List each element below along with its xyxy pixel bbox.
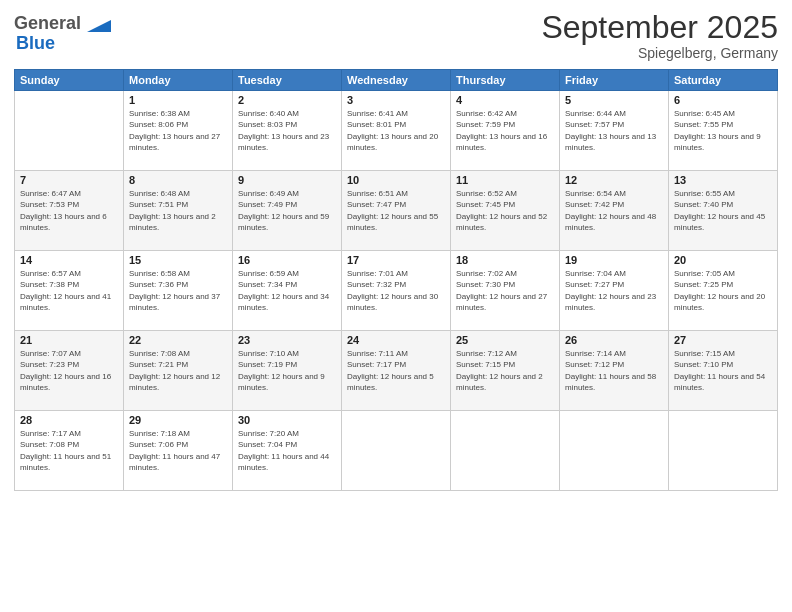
day-info: Sunrise: 6:38 AMSunset: 8:06 PMDaylight:…: [129, 108, 227, 153]
day-number: 24: [347, 334, 445, 346]
calendar-cell: 18Sunrise: 7:02 AMSunset: 7:30 PMDayligh…: [451, 251, 560, 331]
calendar-cell: 10Sunrise: 6:51 AMSunset: 7:47 PMDayligh…: [342, 171, 451, 251]
calendar-cell: [669, 411, 778, 491]
day-info: Sunrise: 6:47 AMSunset: 7:53 PMDaylight:…: [20, 188, 118, 233]
day-number: 2: [238, 94, 336, 106]
col-tuesday: Tuesday: [233, 70, 342, 91]
day-info: Sunrise: 7:10 AMSunset: 7:19 PMDaylight:…: [238, 348, 336, 393]
calendar-cell: 8Sunrise: 6:48 AMSunset: 7:51 PMDaylight…: [124, 171, 233, 251]
day-number: 25: [456, 334, 554, 346]
day-number: 27: [674, 334, 772, 346]
day-info: Sunrise: 6:59 AMSunset: 7:34 PMDaylight:…: [238, 268, 336, 313]
calendar-cell: 30Sunrise: 7:20 AMSunset: 7:04 PMDayligh…: [233, 411, 342, 491]
col-thursday: Thursday: [451, 70, 560, 91]
calendar-week-5: 28Sunrise: 7:17 AMSunset: 7:08 PMDayligh…: [15, 411, 778, 491]
calendar-cell: [342, 411, 451, 491]
day-number: 6: [674, 94, 772, 106]
svg-marker-0: [87, 20, 111, 32]
day-info: Sunrise: 6:51 AMSunset: 7:47 PMDaylight:…: [347, 188, 445, 233]
calendar-cell: 6Sunrise: 6:45 AMSunset: 7:55 PMDaylight…: [669, 91, 778, 171]
day-number: 23: [238, 334, 336, 346]
calendar-cell: 3Sunrise: 6:41 AMSunset: 8:01 PMDaylight…: [342, 91, 451, 171]
calendar-cell: [560, 411, 669, 491]
day-number: 26: [565, 334, 663, 346]
day-info: Sunrise: 6:41 AMSunset: 8:01 PMDaylight:…: [347, 108, 445, 153]
day-info: Sunrise: 6:49 AMSunset: 7:49 PMDaylight:…: [238, 188, 336, 233]
calendar-cell: 22Sunrise: 7:08 AMSunset: 7:21 PMDayligh…: [124, 331, 233, 411]
day-info: Sunrise: 6:44 AMSunset: 7:57 PMDaylight:…: [565, 108, 663, 153]
day-number: 13: [674, 174, 772, 186]
day-info: Sunrise: 6:58 AMSunset: 7:36 PMDaylight:…: [129, 268, 227, 313]
day-info: Sunrise: 6:54 AMSunset: 7:42 PMDaylight:…: [565, 188, 663, 233]
calendar-cell: [15, 91, 124, 171]
calendar-cell: 26Sunrise: 7:14 AMSunset: 7:12 PMDayligh…: [560, 331, 669, 411]
day-info: Sunrise: 7:01 AMSunset: 7:32 PMDaylight:…: [347, 268, 445, 313]
calendar-cell: 16Sunrise: 6:59 AMSunset: 7:34 PMDayligh…: [233, 251, 342, 331]
day-number: 3: [347, 94, 445, 106]
day-number: 10: [347, 174, 445, 186]
logo: General Blue: [14, 10, 111, 54]
logo-general-text: General: [14, 14, 81, 34]
day-info: Sunrise: 7:04 AMSunset: 7:27 PMDaylight:…: [565, 268, 663, 313]
calendar-cell: 28Sunrise: 7:17 AMSunset: 7:08 PMDayligh…: [15, 411, 124, 491]
col-wednesday: Wednesday: [342, 70, 451, 91]
calendar-cell: 20Sunrise: 7:05 AMSunset: 7:25 PMDayligh…: [669, 251, 778, 331]
calendar-cell: 5Sunrise: 6:44 AMSunset: 7:57 PMDaylight…: [560, 91, 669, 171]
day-info: Sunrise: 6:40 AMSunset: 8:03 PMDaylight:…: [238, 108, 336, 153]
day-info: Sunrise: 7:14 AMSunset: 7:12 PMDaylight:…: [565, 348, 663, 393]
calendar-cell: 17Sunrise: 7:01 AMSunset: 7:32 PMDayligh…: [342, 251, 451, 331]
col-monday: Monday: [124, 70, 233, 91]
calendar-cell: 29Sunrise: 7:18 AMSunset: 7:06 PMDayligh…: [124, 411, 233, 491]
day-info: Sunrise: 7:12 AMSunset: 7:15 PMDaylight:…: [456, 348, 554, 393]
calendar-cell: 1Sunrise: 6:38 AMSunset: 8:06 PMDaylight…: [124, 91, 233, 171]
day-info: Sunrise: 7:08 AMSunset: 7:21 PMDaylight:…: [129, 348, 227, 393]
header-row: Sunday Monday Tuesday Wednesday Thursday…: [15, 70, 778, 91]
calendar-cell: 2Sunrise: 6:40 AMSunset: 8:03 PMDaylight…: [233, 91, 342, 171]
calendar-cell: 21Sunrise: 7:07 AMSunset: 7:23 PMDayligh…: [15, 331, 124, 411]
calendar-cell: 4Sunrise: 6:42 AMSunset: 7:59 PMDaylight…: [451, 91, 560, 171]
day-info: Sunrise: 7:15 AMSunset: 7:10 PMDaylight:…: [674, 348, 772, 393]
calendar-week-3: 14Sunrise: 6:57 AMSunset: 7:38 PMDayligh…: [15, 251, 778, 331]
page: General Blue September 2025 Spiegelberg,…: [0, 0, 792, 612]
day-info: Sunrise: 6:52 AMSunset: 7:45 PMDaylight:…: [456, 188, 554, 233]
month-title: September 2025: [541, 10, 778, 45]
day-info: Sunrise: 6:42 AMSunset: 7:59 PMDaylight:…: [456, 108, 554, 153]
col-saturday: Saturday: [669, 70, 778, 91]
day-number: 16: [238, 254, 336, 266]
day-info: Sunrise: 6:48 AMSunset: 7:51 PMDaylight:…: [129, 188, 227, 233]
day-number: 29: [129, 414, 227, 426]
day-number: 20: [674, 254, 772, 266]
day-number: 14: [20, 254, 118, 266]
day-number: 8: [129, 174, 227, 186]
logo-blue-text: Blue: [16, 34, 55, 54]
calendar-body: 1Sunrise: 6:38 AMSunset: 8:06 PMDaylight…: [15, 91, 778, 491]
calendar-cell: 15Sunrise: 6:58 AMSunset: 7:36 PMDayligh…: [124, 251, 233, 331]
day-number: 30: [238, 414, 336, 426]
day-number: 15: [129, 254, 227, 266]
day-info: Sunrise: 7:02 AMSunset: 7:30 PMDaylight:…: [456, 268, 554, 313]
calendar-cell: 23Sunrise: 7:10 AMSunset: 7:19 PMDayligh…: [233, 331, 342, 411]
day-info: Sunrise: 7:11 AMSunset: 7:17 PMDaylight:…: [347, 348, 445, 393]
calendar-cell: 11Sunrise: 6:52 AMSunset: 7:45 PMDayligh…: [451, 171, 560, 251]
day-info: Sunrise: 7:17 AMSunset: 7:08 PMDaylight:…: [20, 428, 118, 473]
calendar-week-1: 1Sunrise: 6:38 AMSunset: 8:06 PMDaylight…: [15, 91, 778, 171]
calendar-cell: 13Sunrise: 6:55 AMSunset: 7:40 PMDayligh…: [669, 171, 778, 251]
day-number: 12: [565, 174, 663, 186]
calendar-cell: 19Sunrise: 7:04 AMSunset: 7:27 PMDayligh…: [560, 251, 669, 331]
calendar-week-4: 21Sunrise: 7:07 AMSunset: 7:23 PMDayligh…: [15, 331, 778, 411]
day-number: 9: [238, 174, 336, 186]
col-friday: Friday: [560, 70, 669, 91]
col-sunday: Sunday: [15, 70, 124, 91]
day-number: 1: [129, 94, 227, 106]
day-number: 19: [565, 254, 663, 266]
calendar-cell: 9Sunrise: 6:49 AMSunset: 7:49 PMDaylight…: [233, 171, 342, 251]
calendar-cell: [451, 411, 560, 491]
day-info: Sunrise: 6:55 AMSunset: 7:40 PMDaylight:…: [674, 188, 772, 233]
day-info: Sunrise: 7:05 AMSunset: 7:25 PMDaylight:…: [674, 268, 772, 313]
day-number: 21: [20, 334, 118, 346]
calendar-week-2: 7Sunrise: 6:47 AMSunset: 7:53 PMDaylight…: [15, 171, 778, 251]
calendar-cell: 27Sunrise: 7:15 AMSunset: 7:10 PMDayligh…: [669, 331, 778, 411]
day-number: 22: [129, 334, 227, 346]
day-info: Sunrise: 7:20 AMSunset: 7:04 PMDaylight:…: [238, 428, 336, 473]
day-number: 11: [456, 174, 554, 186]
